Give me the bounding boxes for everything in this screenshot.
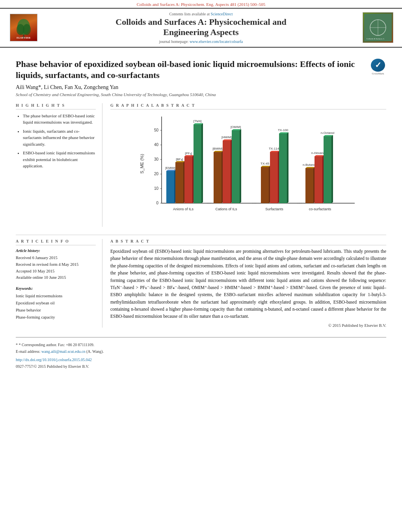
svg-text:Surfactants: Surfactants xyxy=(265,207,283,211)
svg-text:n-Octanol: n-Octanol xyxy=(321,131,335,135)
svg-marker-74 xyxy=(279,132,288,133)
footnote-star: * xyxy=(16,343,19,347)
highlights-graphical-section: H I G H L I G H T S The phase behavior o… xyxy=(16,103,386,227)
svg-text:co-surfactants: co-surfactants xyxy=(309,207,331,211)
email-label: E-mail address: xyxy=(16,349,40,354)
doi-link[interactable]: http://dx.doi.org/10.1016/j.colsurfa.201… xyxy=(16,358,92,362)
doi-line: http://dx.doi.org/10.1016/j.colsurfa.201… xyxy=(16,356,386,363)
contents-line: Contents lists available at ScienceDirec… xyxy=(46,12,356,16)
bottom-section: A R T I C L E I N F O Article history: R… xyxy=(16,235,386,328)
paper-title-section: Phase behavior of epoxidized soybean oil… xyxy=(16,59,386,81)
svg-marker-48 xyxy=(214,151,223,152)
paper-content: Phase behavior of epoxidized soybean oil… xyxy=(0,48,402,374)
svg-text:10: 10 xyxy=(154,186,159,191)
svg-marker-69 xyxy=(270,151,279,152)
footnote-text: * Corresponding author. Fax: +86 20 8711… xyxy=(19,343,95,347)
keyword-1: Ionic liquid microemulsions xyxy=(16,293,96,300)
homepage-line: journal homepage: www.elsevier.com/locat… xyxy=(46,39,356,44)
svg-rect-73 xyxy=(279,133,287,203)
svg-text:TX-114: TX-114 xyxy=(269,147,279,150)
article-info-header: A R T I C L E I N F O xyxy=(16,239,96,245)
right-journal-image: Colloids & Surfaces A xyxy=(363,12,394,43)
svg-marker-59 xyxy=(240,129,241,203)
article-history: Article history: Received 6 January 2015… xyxy=(16,248,96,281)
svg-rect-26 xyxy=(166,171,174,203)
svg-text:[BF₄]: [BF₄] xyxy=(176,158,183,161)
history-label: Article history: xyxy=(16,248,96,254)
svg-text:[HMIM]: [HMIM] xyxy=(221,135,232,139)
accepted-date: Accepted 10 May 2015 xyxy=(16,268,96,275)
abstract-col: A B S T R A C T Epoxidized soybean oil (… xyxy=(110,239,386,328)
svg-rect-89 xyxy=(324,136,331,203)
svg-marker-32 xyxy=(175,161,185,162)
footnote-email: E-mail address: wang.aili@mail.scut.edu.… xyxy=(16,348,386,355)
svg-text:ELSEVIER: ELSEVIER xyxy=(17,36,31,39)
keyword-3: Phase behavior xyxy=(16,307,96,314)
authors: Aili Wang*, Li Chen, Fan Xu, Zongcheng Y… xyxy=(16,84,386,91)
svg-text:40: 40 xyxy=(154,143,159,147)
svg-marker-85 xyxy=(315,155,324,156)
svg-marker-90 xyxy=(324,135,333,136)
footer-section: * * Corresponding author. Fax: +86 20 87… xyxy=(16,337,386,370)
highlight-item-1: The phase behavior of ESBO-based ionic l… xyxy=(23,113,96,126)
svg-text:S_ME (%): S_ME (%) xyxy=(140,154,144,174)
svg-text:50: 50 xyxy=(154,128,159,132)
email-link[interactable]: wang.aili@mail.scut.edu.cn xyxy=(41,349,85,354)
sciencedirect-link[interactable]: ScienceDirect xyxy=(210,12,233,16)
svg-rect-47 xyxy=(214,152,221,203)
svg-text:[PF₆]: [PF₆] xyxy=(185,152,192,155)
svg-rect-36 xyxy=(184,156,192,203)
highlights-list: The phase behavior of ESBO-based ionic l… xyxy=(16,113,96,169)
highlight-item-3: ESBO-based ionic liquid microemulsions e… xyxy=(23,150,96,169)
journal-title: Colloids and Surfaces A: Physicochemical… xyxy=(46,17,356,38)
svg-text:30: 30 xyxy=(154,157,159,161)
issn-line: 0927-7757/© 2015 Published by Elsevier B… xyxy=(16,363,386,370)
svg-rect-57 xyxy=(232,130,240,203)
received-date: Received 6 January 2015 xyxy=(16,255,96,261)
paper-title: Phase behavior of epoxidized soybean oil… xyxy=(16,59,363,81)
svg-marker-58 xyxy=(232,129,241,130)
journal-header: ELSEVIER Contents lists available at Sci… xyxy=(0,8,402,48)
svg-rect-63 xyxy=(261,167,269,203)
svg-marker-53 xyxy=(223,139,232,141)
keywords-label: Keywords: xyxy=(16,285,96,292)
svg-marker-37 xyxy=(184,155,194,156)
bar-chart-svg: S_ME (%) 0 10 20 30 40 50 xyxy=(110,113,386,227)
svg-text:Anions of ILs: Anions of ILs xyxy=(173,207,194,211)
svg-marker-80 xyxy=(305,167,315,168)
svg-marker-64 xyxy=(261,166,270,167)
svg-marker-27 xyxy=(166,170,176,171)
article-keywords: Keywords: Ionic liquid microemulsions Ep… xyxy=(16,285,96,321)
svg-rect-52 xyxy=(223,141,231,203)
abstract-header: A B S T R A C T xyxy=(110,239,386,245)
highlights-header: H I G H L I G H T S xyxy=(16,103,96,109)
footnote-corresponding: * * Corresponding author. Fax: +86 20 87… xyxy=(16,341,386,348)
svg-text:TX-45: TX-45 xyxy=(261,162,269,165)
svg-rect-84 xyxy=(315,156,322,203)
svg-text:[Tf₂N]: [Tf₂N] xyxy=(194,119,201,123)
journal-citation: Colloids and Surfaces A: Physicochem. En… xyxy=(137,2,266,7)
copyright-line: © 2015 Published by Elsevier B.V. xyxy=(110,323,386,328)
svg-text:[BMIM]: [BMIM] xyxy=(212,147,222,150)
svg-text:[EMIM]: [EMIM] xyxy=(165,166,175,170)
highlight-item-2: Ionic liquids, surfactants and co-surfac… xyxy=(23,128,96,148)
svg-text:n-Hexanol: n-Hexanol xyxy=(311,151,326,155)
svg-point-3 xyxy=(23,24,31,35)
svg-text:Colloids & Surfaces A: Colloids & Surfaces A xyxy=(367,38,385,40)
svg-rect-68 xyxy=(270,152,278,203)
highlights-col: H I G H L I G H T S The phase behavior o… xyxy=(16,103,102,227)
svg-rect-31 xyxy=(175,162,183,203)
crossmark: ✓ CrossMark xyxy=(370,59,386,75)
graphical-abstract-header: G R A P H I C A L A B S T R A C T xyxy=(110,103,386,109)
chart-container: S_ME (%) 0 10 20 30 40 50 xyxy=(110,113,386,227)
abstract-text: Epoxidized soybean oil (ESBO)-based ioni… xyxy=(110,248,386,320)
homepage-link[interactable]: www.elsevier.com/locate/colsurfa xyxy=(190,39,243,44)
article-info-col: A R T I C L E I N F O Article history: R… xyxy=(16,239,102,328)
svg-text:[OMIM]: [OMIM] xyxy=(231,125,241,129)
keyword-4: Phase-forming capacity xyxy=(16,314,96,321)
svg-text:n-Butanol: n-Butanol xyxy=(303,163,316,167)
svg-marker-91 xyxy=(331,135,333,203)
available-date: Available online 10 June 2015 xyxy=(16,274,96,281)
svg-marker-75 xyxy=(287,132,288,203)
journal-cover-icon: Colloids & Surfaces A xyxy=(364,14,392,41)
